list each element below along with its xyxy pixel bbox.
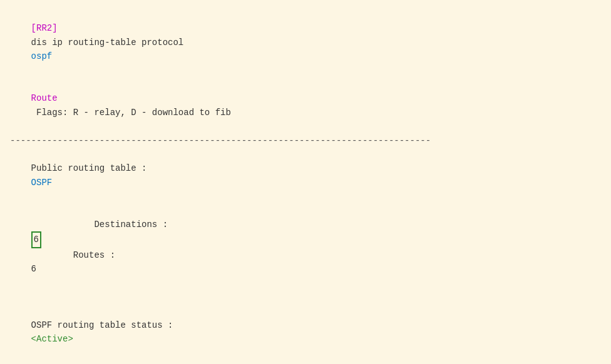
separator-line: ----------------------------------------… <box>10 134 601 148</box>
ospf-active-prefix: OSPF routing table status : <box>31 320 178 330</box>
cmd-plain: dis ip routing-table protocol <box>31 38 189 48</box>
route-flags-desc: Flags: R - relay, D - download to fib <box>31 108 231 118</box>
status-active: <Active> <box>31 334 73 344</box>
pub-table-label: Public routing table : <box>31 163 152 173</box>
command-line: [RR2] dis ip routing-table protocol ospf <box>10 8 601 78</box>
route-flag-text: Route <box>31 93 58 103</box>
blank1 <box>10 290 601 304</box>
public-table-line: Public routing table : OSPF <box>10 148 601 204</box>
routes1-value: 6 <box>31 264 36 274</box>
ospf-active-line: OSPF routing table status : <Active> <box>10 304 601 360</box>
pub-table-protocol: OSPF <box>31 178 53 188</box>
cmd-keyword: ospf <box>31 51 53 61</box>
route-flags-line: Route Flags: R - relay, D - download to … <box>10 78 601 134</box>
dest1-label: Destinations : <box>31 220 173 230</box>
terminal-output: [RR2] dis ip routing-table protocol ospf… <box>10 8 601 364</box>
destinations1-line: Destinations : 6 Routes : 6 <box>10 203 601 290</box>
prompt1: [RR2] <box>31 23 58 33</box>
destinations2-line: Destinations : 4 Routes : 4 <box>10 360 601 364</box>
routes1-label: Routes : <box>31 250 121 260</box>
dest1-value-box: 6 <box>31 231 41 248</box>
